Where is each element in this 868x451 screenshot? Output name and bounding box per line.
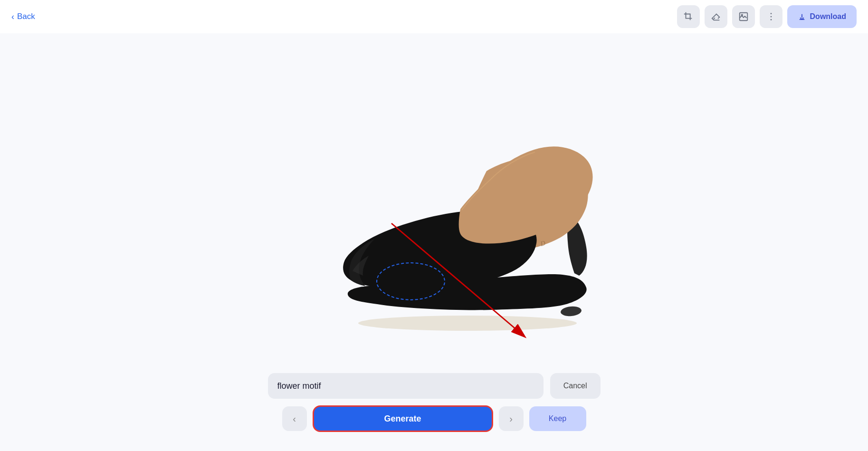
next-button[interactable]: › [499,406,524,431]
prev-icon: ‹ [293,413,296,424]
svg-point-5 [358,316,577,331]
svg-point-3 [770,16,772,18]
text-input-row: Cancel [268,373,601,399]
shoe-image: D [320,90,605,337]
back-chevron-icon: ‹ [11,12,14,22]
next-icon: › [509,413,513,424]
crop-button[interactable] [677,5,700,28]
back-button[interactable]: ‹ Back [11,12,35,22]
edit-image-icon [738,11,749,22]
controls-row: ‹ Generate › Keep [268,405,601,432]
edit-image-button[interactable] [732,5,755,28]
erase-button[interactable] [705,5,727,28]
cancel-label: Cancel [563,382,587,390]
prev-button[interactable]: ‹ [282,406,307,431]
download-button[interactable]: Download [787,5,857,28]
generate-button[interactable]: Generate [313,405,493,432]
crop-icon [683,11,694,22]
keep-label: Keep [549,414,566,422]
download-label: Download [810,12,846,21]
svg-point-2 [770,13,772,14]
generate-label: Generate [384,414,421,423]
shoe-container: D [320,90,605,337]
top-bar: ‹ Back [0,0,868,33]
cancel-button[interactable]: Cancel [550,373,601,399]
svg-point-6 [560,306,582,317]
erase-icon [711,11,721,22]
more-options-icon [766,11,776,22]
keep-button[interactable]: Keep [529,406,586,431]
download-icon [798,12,806,21]
toolbar-right: Download [677,5,857,28]
more-options-button[interactable] [760,5,782,28]
svg-point-1 [741,14,743,16]
prompt-input[interactable] [268,373,544,399]
bottom-panel: Cancel ‹ Generate › Keep [268,373,601,432]
svg-point-4 [770,19,772,20]
back-label: Back [17,12,35,21]
